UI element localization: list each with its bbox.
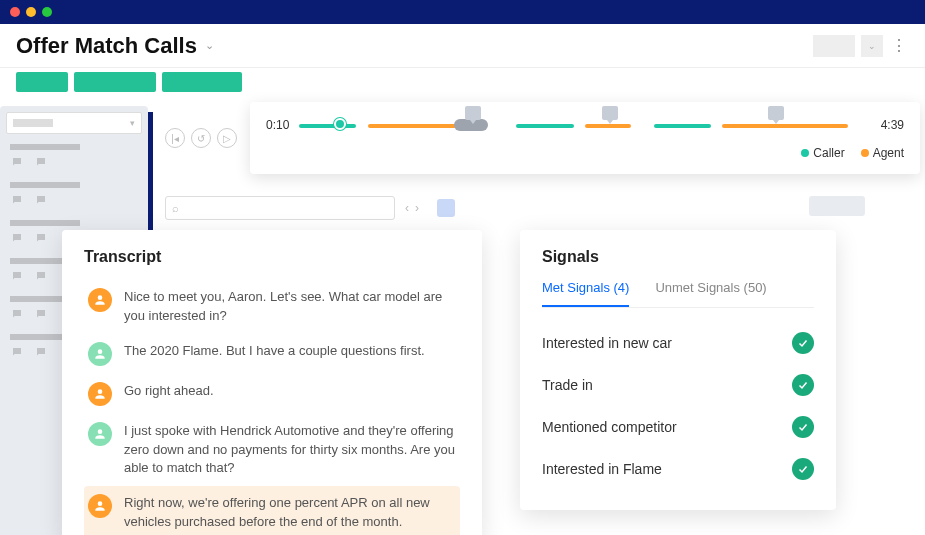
window-header — [0, 0, 925, 24]
view-toggle-button[interactable] — [437, 199, 455, 217]
signal-row[interactable]: Interested in new car — [542, 322, 814, 364]
maximize-icon[interactable] — [42, 7, 52, 17]
tab-met-signals[interactable]: Met Signals (4) — [542, 280, 629, 307]
agent-avatar-icon — [88, 494, 112, 518]
sidebar-group — [6, 178, 142, 210]
chat-icon[interactable] — [34, 270, 48, 282]
transcript-row[interactable]: I just spoke with Hendrick Automotive an… — [84, 414, 460, 487]
signals-card: Signals Met Signals (4) Unmet Signals (5… — [520, 230, 836, 510]
filter-tab[interactable] — [162, 72, 242, 92]
transcript-card: Transcript Nice to meet you, Aaron. Let'… — [62, 230, 482, 535]
legend-agent: Agent — [873, 146, 904, 160]
transcript-text: Right now, we're offering one percent AP… — [124, 494, 456, 532]
transcript-title: Transcript — [84, 248, 460, 266]
skip-back-button[interactable]: |◂ — [165, 128, 185, 148]
chat-icon[interactable] — [34, 194, 48, 206]
more-menu-icon[interactable]: ⋮ — [889, 36, 909, 55]
search-input[interactable]: ⌕ — [165, 196, 395, 220]
transcript-text: The 2020 Flame. But I have a couple ques… — [124, 342, 425, 366]
play-button[interactable]: ▷ — [217, 128, 237, 148]
toolbar-dropdown[interactable]: ⌄ — [861, 35, 883, 57]
marker-icon[interactable] — [465, 106, 481, 120]
transcript-row[interactable]: Nice to meet you, Aaron. Let's see. What… — [84, 280, 460, 334]
sidebar-group-title — [10, 182, 80, 188]
playhead[interactable] — [334, 118, 346, 130]
chat-icon[interactable] — [34, 308, 48, 320]
next-match-button[interactable]: › — [415, 201, 419, 215]
search-icon: ⌕ — [172, 202, 179, 214]
agent-color-swatch — [861, 149, 869, 157]
filter-tabs — [0, 68, 925, 96]
transcript-row[interactable]: Go right ahead. — [84, 374, 460, 414]
time-end: 4:39 — [881, 118, 904, 132]
signal-row[interactable]: Interested in Flame — [542, 448, 814, 490]
timeline-legend: Caller Agent — [266, 146, 904, 160]
panel-placeholder — [809, 196, 865, 216]
chat-icon[interactable] — [10, 346, 24, 358]
signal-label: Mentioned competitor — [542, 419, 677, 435]
timeline-track[interactable] — [299, 122, 870, 128]
check-icon — [792, 332, 814, 354]
transcript-row[interactable]: Right now, we're offering one percent AP… — [84, 486, 460, 535]
transcript-text: Go right ahead. — [124, 382, 214, 406]
title-bar: Offer Match Calls ⌄ ⌄ ⋮ — [0, 24, 925, 68]
toolbar-placeholder — [813, 35, 855, 57]
chevron-down-icon[interactable]: ⌄ — [205, 39, 214, 52]
timeline-card: 0:10 4:39 Caller Agent — [250, 102, 920, 174]
check-icon — [792, 416, 814, 438]
agent-avatar-icon — [88, 288, 112, 312]
signal-label: Interested in Flame — [542, 461, 662, 477]
sidebar-dropdown[interactable]: ▾ — [6, 112, 142, 134]
transcript-row[interactable]: The 2020 Flame. But I have a couple ques… — [84, 334, 460, 374]
signals-tabs: Met Signals (4) Unmet Signals (50) — [542, 280, 814, 308]
sidebar-group-title — [10, 144, 80, 150]
chat-icon[interactable] — [34, 156, 48, 168]
chat-icon[interactable] — [10, 270, 24, 282]
transcript-text: Nice to meet you, Aaron. Let's see. What… — [124, 288, 456, 326]
signal-label: Interested in new car — [542, 335, 672, 351]
check-icon — [792, 374, 814, 396]
prev-match-button[interactable]: ‹ — [405, 201, 409, 215]
marker-icon[interactable] — [602, 106, 618, 120]
tab-unmet-signals[interactable]: Unmet Signals (50) — [655, 280, 766, 307]
filter-tab[interactable] — [74, 72, 156, 92]
filter-tab[interactable] — [16, 72, 68, 92]
signal-row[interactable]: Mentioned competitor — [542, 406, 814, 448]
signals-title: Signals — [542, 248, 814, 266]
marker-icon[interactable] — [768, 106, 784, 120]
sidebar-group — [6, 140, 142, 172]
signal-row[interactable]: Trade in — [542, 364, 814, 406]
caller-color-swatch — [801, 149, 809, 157]
caller-avatar-icon — [88, 342, 112, 366]
chat-icon[interactable] — [10, 194, 24, 206]
page-title: Offer Match Calls — [16, 33, 197, 59]
signal-label: Trade in — [542, 377, 593, 393]
sidebar-group-title — [10, 220, 80, 226]
minimize-icon[interactable] — [26, 7, 36, 17]
search-pager: ‹ › — [405, 201, 419, 215]
rewind-button[interactable]: ↺ — [191, 128, 211, 148]
traffic-lights — [10, 7, 52, 17]
agent-avatar-icon — [88, 382, 112, 406]
transcript-text: I just spoke with Hendrick Automotive an… — [124, 422, 456, 479]
chat-icon[interactable] — [34, 232, 48, 244]
chat-icon[interactable] — [34, 346, 48, 358]
transcript-search-row: ⌕ ‹ › — [165, 196, 455, 220]
chat-icon[interactable] — [10, 232, 24, 244]
media-controls: |◂ ↺ ▷ — [165, 128, 237, 148]
chat-icon[interactable] — [10, 156, 24, 168]
chat-icon[interactable] — [10, 308, 24, 320]
time-start: 0:10 — [266, 118, 289, 132]
legend-caller: Caller — [813, 146, 844, 160]
close-icon[interactable] — [10, 7, 20, 17]
caller-avatar-icon — [88, 422, 112, 446]
check-icon — [792, 458, 814, 480]
